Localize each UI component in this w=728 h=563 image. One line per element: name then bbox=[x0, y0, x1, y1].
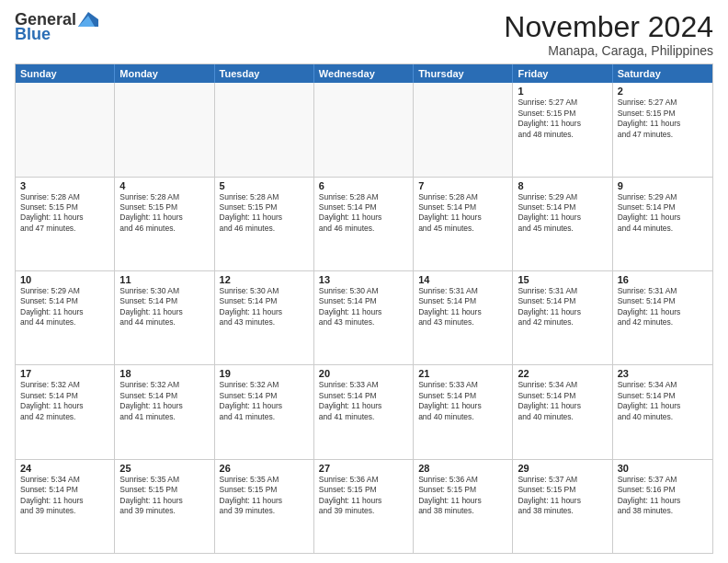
day-info: Sunrise: 5:34 AMSunset: 5:14 PMDaylight:… bbox=[518, 380, 607, 422]
logo-icon bbox=[78, 12, 98, 27]
day-number: 13 bbox=[319, 274, 408, 285]
day-number: 12 bbox=[220, 274, 309, 285]
calendar-cell: 28Sunrise: 5:36 AMSunset: 5:15 PMDayligh… bbox=[414, 460, 513, 553]
header-saturday: Saturday bbox=[613, 64, 712, 83]
day-number: 20 bbox=[319, 368, 408, 379]
calendar-cell: 12Sunrise: 5:30 AMSunset: 5:14 PMDayligh… bbox=[215, 271, 314, 364]
calendar-cell bbox=[115, 83, 214, 176]
day-info: Sunrise: 5:28 AMSunset: 5:14 PMDaylight:… bbox=[319, 192, 408, 235]
calendar-cell bbox=[414, 83, 513, 176]
day-number: 16 bbox=[618, 274, 708, 285]
day-info: Sunrise: 5:30 AMSunset: 5:14 PMDaylight:… bbox=[220, 286, 309, 328]
day-info: Sunrise: 5:31 AMSunset: 5:14 PMDaylight:… bbox=[418, 286, 507, 328]
calendar-body: 1Sunrise: 5:27 AMSunset: 5:15 PMDaylight… bbox=[16, 83, 712, 553]
day-number: 6 bbox=[319, 180, 408, 191]
title-block: November 2024 Manapa, Caraga, Philippine… bbox=[504, 11, 713, 58]
day-number: 5 bbox=[220, 180, 309, 191]
calendar-cell: 22Sunrise: 5:34 AMSunset: 5:14 PMDayligh… bbox=[513, 365, 612, 458]
day-number: 21 bbox=[418, 368, 507, 379]
header-friday: Friday bbox=[513, 64, 612, 83]
day-info: Sunrise: 5:36 AMSunset: 5:15 PMDaylight:… bbox=[418, 475, 507, 517]
page-subtitle: Manapa, Caraga, Philippines bbox=[504, 43, 713, 58]
day-info: Sunrise: 5:32 AMSunset: 5:14 PMDaylight:… bbox=[220, 380, 309, 422]
day-info: Sunrise: 5:30 AMSunset: 5:14 PMDaylight:… bbox=[319, 286, 408, 328]
calendar-cell: 15Sunrise: 5:31 AMSunset: 5:14 PMDayligh… bbox=[513, 271, 612, 364]
day-info: Sunrise: 5:31 AMSunset: 5:14 PMDaylight:… bbox=[518, 286, 607, 328]
calendar-week-1: 1Sunrise: 5:27 AMSunset: 5:15 PMDaylight… bbox=[16, 83, 712, 177]
day-number: 1 bbox=[518, 86, 607, 97]
day-number: 18 bbox=[119, 368, 209, 379]
day-number: 19 bbox=[220, 368, 309, 379]
logo-blue-text: Blue bbox=[15, 26, 51, 42]
day-number: 14 bbox=[418, 274, 507, 285]
calendar-cell: 2Sunrise: 5:27 AMSunset: 5:15 PMDaylight… bbox=[613, 83, 712, 176]
day-info: Sunrise: 5:30 AMSunset: 5:14 PMDaylight:… bbox=[119, 286, 209, 328]
day-info: Sunrise: 5:37 AMSunset: 5:15 PMDaylight:… bbox=[518, 475, 607, 517]
calendar-cell: 29Sunrise: 5:37 AMSunset: 5:15 PMDayligh… bbox=[513, 460, 612, 553]
calendar-cell bbox=[314, 83, 414, 176]
calendar: Sunday Monday Tuesday Wednesday Thursday… bbox=[15, 63, 713, 554]
day-number: 7 bbox=[418, 180, 507, 191]
day-info: Sunrise: 5:29 AMSunset: 5:14 PMDaylight:… bbox=[20, 286, 109, 328]
day-info: Sunrise: 5:36 AMSunset: 5:15 PMDaylight:… bbox=[319, 475, 408, 517]
day-number: 24 bbox=[20, 463, 109, 474]
header-wednesday: Wednesday bbox=[314, 64, 414, 83]
calendar-cell: 18Sunrise: 5:32 AMSunset: 5:14 PMDayligh… bbox=[115, 365, 214, 458]
day-info: Sunrise: 5:28 AMSunset: 5:14 PMDaylight:… bbox=[418, 192, 507, 235]
calendar-week-2: 3Sunrise: 5:28 AMSunset: 5:15 PMDaylight… bbox=[16, 178, 712, 271]
day-number: 28 bbox=[418, 463, 507, 474]
calendar-cell: 4Sunrise: 5:28 AMSunset: 5:15 PMDaylight… bbox=[115, 178, 214, 270]
calendar-cell: 19Sunrise: 5:32 AMSunset: 5:14 PMDayligh… bbox=[215, 365, 314, 458]
calendar-cell: 24Sunrise: 5:34 AMSunset: 5:14 PMDayligh… bbox=[16, 460, 115, 553]
calendar-week-5: 24Sunrise: 5:34 AMSunset: 5:14 PMDayligh… bbox=[16, 460, 712, 553]
day-number: 17 bbox=[20, 368, 109, 379]
day-number: 30 bbox=[618, 463, 708, 474]
day-number: 22 bbox=[518, 368, 607, 379]
calendar-week-3: 10Sunrise: 5:29 AMSunset: 5:14 PMDayligh… bbox=[16, 271, 712, 365]
calendar-cell: 9Sunrise: 5:29 AMSunset: 5:14 PMDaylight… bbox=[613, 178, 712, 270]
calendar-week-4: 17Sunrise: 5:32 AMSunset: 5:14 PMDayligh… bbox=[16, 365, 712, 459]
day-info: Sunrise: 5:29 AMSunset: 5:14 PMDaylight:… bbox=[518, 192, 607, 235]
day-info: Sunrise: 5:33 AMSunset: 5:14 PMDaylight:… bbox=[319, 380, 408, 422]
page: General Blue November 2024 Manapa, Carag… bbox=[0, 0, 728, 563]
day-number: 4 bbox=[119, 180, 209, 191]
day-number: 23 bbox=[618, 368, 708, 379]
calendar-cell: 10Sunrise: 5:29 AMSunset: 5:14 PMDayligh… bbox=[16, 271, 115, 364]
calendar-cell bbox=[215, 83, 314, 176]
day-number: 27 bbox=[319, 463, 408, 474]
day-info: Sunrise: 5:27 AMSunset: 5:15 PMDaylight:… bbox=[618, 98, 708, 140]
calendar-cell: 8Sunrise: 5:29 AMSunset: 5:14 PMDaylight… bbox=[513, 178, 612, 270]
day-info: Sunrise: 5:35 AMSunset: 5:15 PMDaylight:… bbox=[220, 475, 309, 517]
day-number: 25 bbox=[119, 463, 209, 474]
day-info: Sunrise: 5:33 AMSunset: 5:14 PMDaylight:… bbox=[418, 380, 507, 422]
calendar-cell: 17Sunrise: 5:32 AMSunset: 5:14 PMDayligh… bbox=[16, 365, 115, 458]
header-monday: Monday bbox=[115, 64, 214, 83]
day-info: Sunrise: 5:27 AMSunset: 5:15 PMDaylight:… bbox=[518, 98, 607, 140]
calendar-cell: 6Sunrise: 5:28 AMSunset: 5:14 PMDaylight… bbox=[314, 178, 414, 270]
calendar-cell: 27Sunrise: 5:36 AMSunset: 5:15 PMDayligh… bbox=[314, 460, 414, 553]
day-number: 3 bbox=[20, 180, 109, 191]
calendar-cell: 1Sunrise: 5:27 AMSunset: 5:15 PMDaylight… bbox=[513, 83, 612, 176]
day-number: 2 bbox=[618, 86, 708, 97]
day-info: Sunrise: 5:34 AMSunset: 5:14 PMDaylight:… bbox=[20, 475, 109, 517]
day-number: 26 bbox=[220, 463, 309, 474]
logo: General Blue bbox=[15, 11, 98, 42]
day-number: 15 bbox=[518, 274, 607, 285]
calendar-cell bbox=[16, 83, 115, 176]
header-tuesday: Tuesday bbox=[215, 64, 314, 83]
calendar-cell: 11Sunrise: 5:30 AMSunset: 5:14 PMDayligh… bbox=[115, 271, 214, 364]
day-number: 10 bbox=[20, 274, 109, 285]
calendar-cell: 13Sunrise: 5:30 AMSunset: 5:14 PMDayligh… bbox=[314, 271, 414, 364]
header-thursday: Thursday bbox=[414, 64, 513, 83]
day-info: Sunrise: 5:28 AMSunset: 5:15 PMDaylight:… bbox=[220, 192, 309, 235]
calendar-cell: 20Sunrise: 5:33 AMSunset: 5:14 PMDayligh… bbox=[314, 365, 414, 458]
header: General Blue November 2024 Manapa, Carag… bbox=[15, 11, 713, 58]
day-number: 9 bbox=[618, 180, 708, 191]
header-sunday: Sunday bbox=[16, 64, 115, 83]
day-info: Sunrise: 5:32 AMSunset: 5:14 PMDaylight:… bbox=[20, 380, 109, 422]
calendar-cell: 26Sunrise: 5:35 AMSunset: 5:15 PMDayligh… bbox=[215, 460, 314, 553]
calendar-cell: 14Sunrise: 5:31 AMSunset: 5:14 PMDayligh… bbox=[414, 271, 513, 364]
calendar-cell: 23Sunrise: 5:34 AMSunset: 5:14 PMDayligh… bbox=[613, 365, 712, 458]
day-info: Sunrise: 5:28 AMSunset: 5:15 PMDaylight:… bbox=[119, 192, 209, 235]
page-title: November 2024 bbox=[504, 11, 713, 43]
